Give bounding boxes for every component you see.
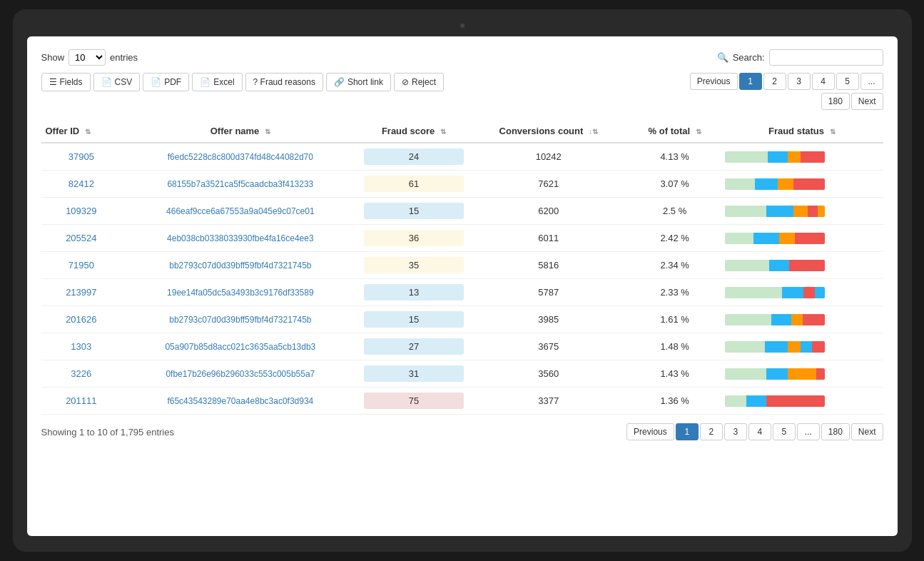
pagination-top-row2: 180 Next: [821, 93, 883, 110]
cell-offer-id[interactable]: 3226: [41, 360, 122, 388]
cell-offer-name[interactable]: 19ee14fa05dc5a3493b3c9176df33589: [121, 279, 359, 306]
cell-offer-name[interactable]: bb2793c07d0d39bff59fbf4d7321745b: [121, 306, 359, 333]
pdf-button[interactable]: 📄 PDF: [143, 73, 189, 91]
cell-offer-id[interactable]: 213997: [41, 279, 122, 306]
page-5-btn-top[interactable]: 5: [836, 73, 859, 90]
page-180-btn-bottom[interactable]: 180: [821, 423, 850, 440]
col-fraud-score: Fraud score ⇅: [360, 120, 469, 143]
bar-segment: [816, 368, 825, 380]
fraud-status-bar: [725, 287, 825, 298]
page-ellipsis-bottom[interactable]: ...: [797, 423, 820, 440]
bar-segment: [801, 260, 811, 271]
bar-segment: [811, 260, 825, 271]
bar-segment: [788, 341, 801, 353]
cell-offer-id[interactable]: 109329: [41, 198, 122, 225]
page-2-btn-top[interactable]: 2: [763, 73, 786, 90]
cell-offer-name[interactable]: 68155b7a3521ca5f5caadcba3f413233: [121, 171, 359, 198]
table-row: 201626bb2793c07d0d39bff59fbf4d7321745b15…: [41, 306, 883, 333]
reject-button[interactable]: ⊘ Reject: [394, 73, 444, 91]
sort-icon-offer-id[interactable]: ⇅: [85, 128, 91, 136]
cell-conversions: 3675: [468, 333, 629, 360]
cell-offer-id[interactable]: 1303: [41, 333, 122, 360]
fraud-reasons-button[interactable]: ? Fraud reasons: [245, 73, 323, 91]
top-bar: Show 10 25 50 100 entries 🔍 Search:: [41, 49, 883, 66]
search-input[interactable]: [769, 49, 883, 66]
bar-segment: [725, 178, 755, 190]
page-1-btn-top[interactable]: 1: [739, 73, 762, 90]
entries-select[interactable]: 10 25 50 100: [68, 49, 106, 66]
bar-segment: [725, 368, 766, 380]
next-button-top[interactable]: Next: [851, 93, 883, 110]
page-180-btn-top[interactable]: 180: [821, 93, 850, 110]
cell-offer-id[interactable]: 71950: [41, 252, 122, 279]
cell-offer-name[interactable]: bb2793c07d0d39bff59fbf4d7321745b: [121, 252, 359, 279]
cell-offer-name[interactable]: 05a907b85d8acc021c3635aa5cb13db3: [121, 333, 359, 360]
page-2-btn-bottom[interactable]: 2: [700, 423, 723, 440]
page-4-btn-top[interactable]: 4: [812, 73, 835, 90]
page-3-btn-bottom[interactable]: 3: [724, 423, 747, 440]
bar-segment: [812, 233, 825, 244]
prev-button-bottom[interactable]: Previous: [626, 423, 674, 440]
cell-offer-name[interactable]: 4eb038cb0338033930fbe4fa16ce4ee3: [121, 225, 359, 252]
search-label: Search:: [733, 52, 765, 63]
page-3-btn-top[interactable]: 3: [788, 73, 811, 90]
fraud-status-bar: [725, 314, 825, 325]
sort-icon-fraud-score[interactable]: ⇅: [440, 128, 446, 136]
cell-fraud-score: 31: [360, 360, 469, 388]
cell-pct-total: 2.42 %: [629, 225, 721, 252]
sort-icon-pct[interactable]: ⇅: [696, 128, 701, 136]
cell-fraud-status: [721, 388, 883, 415]
sort-icon-fraud-status[interactable]: ⇅: [830, 128, 836, 136]
cell-fraud-status: [721, 198, 883, 225]
page-4-btn-bottom[interactable]: 4: [748, 423, 771, 440]
bar-segment: [788, 395, 809, 407]
cell-pct-total: 4.13 %: [629, 143, 721, 171]
bar-segment: [725, 151, 768, 163]
csv-button[interactable]: 📄 CSV: [93, 73, 141, 91]
bar-segment: [753, 233, 779, 244]
col-conversions: Conversions count ↓⇅: [468, 120, 629, 143]
search-box: 🔍 Search:: [717, 49, 883, 66]
cell-pct-total: 2.34 %: [629, 252, 721, 279]
cell-fraud-status: [721, 143, 883, 171]
cell-offer-id[interactable]: 37905: [41, 143, 122, 171]
bar-segment: [768, 151, 788, 163]
bar-segment: [725, 341, 765, 353]
fraud-status-bar: [725, 206, 825, 217]
cell-offer-id[interactable]: 201626: [41, 306, 122, 333]
pdf-icon: 📄: [151, 77, 161, 87]
short-link-button[interactable]: 🔗 Short link: [326, 73, 391, 91]
cell-offer-id[interactable]: 205524: [41, 225, 122, 252]
excel-button[interactable]: 📄 Excel: [192, 73, 242, 91]
cell-fraud-score: 13: [360, 279, 469, 306]
col-fraud-status: Fraud status ⇅: [721, 120, 883, 143]
cell-offer-name[interactable]: 466eaf9cce6a67553a9a045e9c07ce01: [121, 198, 359, 225]
cell-conversions: 10242: [468, 143, 629, 171]
fraud-status-bar: [725, 341, 825, 353]
table-body: 37905f6edc5228c8c800d374fd48c44082d70241…: [41, 143, 883, 415]
cell-offer-id[interactable]: 82412: [41, 171, 122, 198]
sort-icon-conversions[interactable]: ↓⇅: [589, 128, 598, 136]
bar-segment: [782, 287, 803, 298]
bar-segment: [815, 151, 825, 163]
cell-conversions: 6011: [468, 225, 629, 252]
next-button-bottom[interactable]: Next: [851, 423, 883, 440]
prev-button-top[interactable]: Previous: [690, 73, 738, 90]
cell-pct-total: 2.33 %: [629, 279, 721, 306]
cell-offer-id[interactable]: 201111: [41, 388, 122, 415]
fields-icon: ☰: [49, 77, 57, 87]
page-ellipsis-top[interactable]: ...: [860, 73, 883, 90]
bar-segment: [805, 368, 816, 380]
bar-segment: [766, 368, 788, 380]
page-5-btn-bottom[interactable]: 5: [773, 423, 796, 440]
cell-pct-total: 2.5 %: [629, 198, 721, 225]
bar-segment: [793, 178, 812, 190]
cell-fraud-score: 15: [360, 306, 469, 333]
cell-conversions: 3560: [468, 360, 629, 388]
cell-offer-name[interactable]: 0fbe17b26e96b296033c553c005b55a7: [121, 360, 359, 388]
cell-offer-name[interactable]: f6edc5228c8c800d374fd48c44082d70: [121, 143, 359, 171]
fields-button[interactable]: ☰ Fields: [41, 73, 91, 91]
sort-icon-offer-name[interactable]: ⇅: [265, 128, 270, 136]
cell-offer-name[interactable]: f65c43543289e70aa4e8bc3ac0f3d934: [121, 388, 359, 415]
page-1-btn-bottom[interactable]: 1: [676, 423, 699, 440]
